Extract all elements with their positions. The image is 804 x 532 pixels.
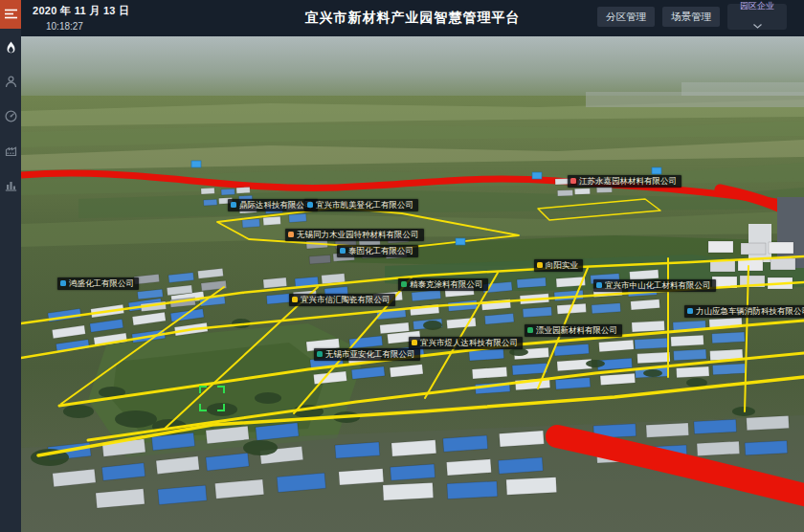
- map-company-label[interactable]: 力山应急车辆消防科技有限公司: [684, 305, 804, 318]
- map-company-label[interactable]: 宜兴市中山化工材料有限公司: [593, 279, 716, 292]
- map-company-label[interactable]: 宜兴市信汇陶瓷有限公司: [289, 294, 395, 306]
- header: 2020 年 11 月 13 日 10:18:27 宜兴市新材料产业园智慧管理平…: [21, 0, 804, 36]
- company-marker-icon: [412, 340, 417, 345]
- date-label: 2020 年 11 月 13 日: [33, 4, 129, 18]
- company-label-text: 精泰克涂料有限公司: [410, 280, 483, 289]
- header-actions: 分区管理 场景管理 园区企业: [597, 0, 787, 36]
- park-enterprise-dropdown[interactable]: 园区企业: [727, 4, 787, 30]
- bar-chart-icon: [5, 179, 17, 194]
- sidebar-item-personnel[interactable]: [0, 69, 21, 98]
- company-marker-icon: [60, 280, 66, 286]
- company-label-text: 宜兴市凯美登化工有限公司: [316, 201, 413, 210]
- company-marker-icon: [317, 351, 323, 357]
- dropdown-label: 园区企业: [740, 2, 774, 11]
- app-window: 2020 年 11 月 13 日 10:18:27 宜兴市新材料产业园智慧管理平…: [0, 0, 804, 532]
- company-marker-icon: [292, 297, 298, 302]
- company-label-text: 宜兴市煜人达科技有限公司: [420, 339, 518, 347]
- gauge-icon: [5, 110, 17, 125]
- company-marker-icon: [288, 232, 294, 237]
- map-company-label[interactable]: 鸿盛化工有限公司: [57, 277, 139, 290]
- company-marker-icon: [687, 308, 693, 314]
- user-icon: [5, 76, 17, 91]
- map-3d-view[interactable]: 鼎际达科技有限公司宜兴市凯美登化工有限公司无锡同力木业园特种材料有限公司泰固化工…: [21, 36, 804, 532]
- company-label-text: 宜兴市中山化工材料有限公司: [605, 281, 711, 290]
- company-label-text: 泰固化工有限公司: [348, 247, 413, 255]
- map-company-label[interactable]: 江苏永嘉园林材料有限公司: [568, 175, 681, 188]
- company-label-text: 无锡市亚安化工有限公司: [325, 350, 415, 359]
- zone-management-button[interactable]: 分区管理: [597, 7, 655, 27]
- time-label: 10:18:27: [46, 21, 129, 32]
- company-label-text: 鸿盛化工有限公司: [69, 279, 134, 288]
- company-label-text: 向阳实业: [546, 261, 578, 270]
- factory-icon: [5, 144, 17, 160]
- company-label-text: 漂业园新材料有限公司: [536, 326, 617, 335]
- datetime-block: 2020 年 11 月 13 日 10:18:27: [33, 4, 129, 32]
- map-company-label[interactable]: 向阳实业: [534, 259, 583, 272]
- map-company-label[interactable]: 漂业园新材料有限公司: [525, 324, 622, 337]
- company-marker-icon: [340, 248, 346, 254]
- map-company-label[interactable]: 泰固化工有限公司: [337, 245, 418, 257]
- map-company-label[interactable]: 精泰克涂料有限公司: [398, 278, 488, 291]
- company-label-text: 江苏永嘉园林材料有限公司: [579, 177, 677, 186]
- map-company-label[interactable]: 宜兴市凯美登化工有限公司: [304, 199, 418, 211]
- company-marker-icon: [570, 178, 576, 184]
- map-company-label[interactable]: 无锡同力木业园特种材料有限公司: [285, 229, 424, 241]
- sidebar-item-fire-monitor[interactable]: [0, 34, 21, 63]
- company-label-text: 无锡同力木业园特种材料有限公司: [297, 231, 419, 239]
- map-company-label[interactable]: 无锡市亚安化工有限公司: [314, 348, 420, 361]
- company-marker-icon: [527, 327, 533, 333]
- menu-icon: [5, 8, 17, 22]
- sidebar-item-statistics[interactable]: [0, 172, 21, 201]
- menu-toggle-button[interactable]: [0, 0, 21, 29]
- company-marker-icon: [537, 262, 543, 268]
- map-company-label[interactable]: 宜兴市煜人达科技有限公司: [409, 337, 523, 349]
- company-label-text: 力山应急车辆消防科技有限公司: [696, 307, 804, 316]
- chevron-down-icon: [753, 15, 762, 33]
- company-marker-icon: [307, 202, 313, 208]
- company-marker-icon: [231, 202, 236, 208]
- sidebar: [0, 0, 21, 532]
- sidebar-item-monitor-gauge[interactable]: [0, 103, 21, 132]
- scene-management-button[interactable]: 场景管理: [662, 7, 720, 27]
- flame-icon: [5, 41, 17, 57]
- company-marker-icon: [401, 281, 407, 287]
- company-label-text: 宜兴市信汇陶瓷有限公司: [301, 296, 391, 304]
- sidebar-item-enterprise[interactable]: [0, 138, 21, 166]
- company-label-text: 鼎际达科技有限公司: [239, 201, 313, 210]
- company-marker-icon: [596, 282, 602, 288]
